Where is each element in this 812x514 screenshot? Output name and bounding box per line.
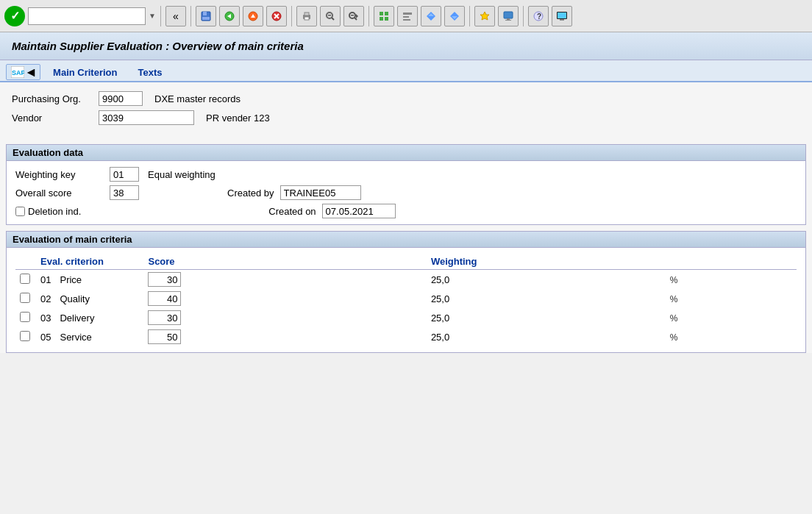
svg-rect-34 [507,18,510,20]
deletion-ind-label[interactable]: Deletion ind. [15,206,81,217]
svg-rect-23 [380,17,383,21]
help-icon: ? [533,10,544,22]
page-title: Maintain Supplier Evaluation : Overview … [0,32,812,60]
row-checkbox-05[interactable] [20,331,30,341]
created-on-input[interactable] [322,204,396,218]
weighting-val-03: 25,0 [427,308,666,327]
overall-score-label: Overall score [15,188,104,199]
svg-rect-2 [202,17,210,20]
criteria-group: Evaluation of main criteria Eval. criter… [6,231,806,353]
back-button[interactable] [219,6,240,26]
tree1-icon [378,10,390,22]
tab-first-button[interactable]: SAP ◀| [6,64,40,80]
overall-score-row: Overall score [15,185,139,200]
row-checkbox-cell [15,270,36,290]
col-weighting-header: Weighting [427,254,797,270]
created-by-label: Created by [227,188,274,199]
evaluation-data-content: Weighting key Equal weighting Overall sc… [7,161,805,224]
svg-rect-16 [328,15,331,16]
svg-line-15 [332,18,334,20]
score-input-03[interactable] [148,310,181,325]
evaluation-data-title: Evaluation data [7,145,805,161]
nav-first-button[interactable]: « [165,6,186,26]
save-button[interactable] [196,6,216,26]
tab-main-criterion[interactable]: Main Criterion [45,63,125,81]
deletion-ind-checkbox[interactable] [15,207,25,216]
separator-5 [469,6,470,26]
svg-rect-21 [380,12,383,15]
table-row: 03 Delivery 25,0 % [15,308,797,327]
row-checkbox-03[interactable] [20,312,30,322]
criteria-num-01: 01 [36,270,55,290]
find-icon [324,10,336,22]
purchasing-org-row: Purchasing Org. DXE master records [12,91,800,106]
cancel-button[interactable] [266,6,287,26]
criteria-table: Eval. criterion Score Weighting 01 [15,254,797,346]
criteria-content: Eval. criterion Score Weighting 01 [7,248,805,352]
deletion-ind-text: Deletion ind. [28,206,81,217]
score-input-01[interactable] [148,272,181,287]
svg-rect-11 [304,13,309,15]
table-row: 05 Service 25,0 % [15,327,797,346]
monitor-button[interactable] [498,6,519,26]
created-on-row: Created on [268,204,395,218]
check-icon: ✓ [10,9,20,23]
weighting-key-label: Weighting key [15,169,104,180]
header-form: Purchasing Org. DXE master records Vendo… [0,82,812,138]
svg-rect-27 [403,19,410,21]
tree1-button[interactable] [374,6,394,26]
overall-score-input[interactable] [110,185,139,200]
find-next-button[interactable] [343,6,364,26]
tab-texts[interactable]: Texts [129,63,170,81]
criteria-name-01: Price [55,270,143,290]
find-button[interactable] [320,6,341,26]
score-cell-01 [143,270,426,290]
weighting-key-input[interactable] [110,167,139,182]
score-cell-02 [143,289,426,308]
svg-rect-22 [385,12,388,15]
up-icon [247,10,259,22]
row-checkbox-02[interactable] [20,293,30,303]
purchasing-org-input[interactable] [99,91,143,106]
created-by-input[interactable] [280,185,361,200]
svg-text:SAP: SAP [12,69,24,76]
tree4-button[interactable] [444,6,465,26]
cancel-icon [271,10,282,22]
criteria-name-02: Quality [55,289,143,308]
score-input-02[interactable] [148,291,181,306]
col-score-header: Score [143,254,426,270]
screen-button[interactable] [552,6,572,26]
purchasing-org-label: Purchasing Org. [12,93,93,104]
command-input[interactable] [28,7,146,25]
up-button[interactable] [243,6,263,26]
back-icon [224,10,235,22]
score-cell-03 [143,308,426,327]
row-checkbox-cell [15,308,36,327]
weighting-val-05: 25,0 [427,327,666,346]
tree2-button[interactable] [397,6,418,26]
nav-first-icon: ◀| [27,68,35,77]
tree3-button[interactable] [421,6,441,26]
toolbar: ✓ ▼ « [0,0,812,32]
created-on-label: Created on [268,206,316,217]
dropdown-arrow-icon[interactable]: ▼ [149,12,156,20]
screen-icon [556,10,568,22]
evaluation-data-group: Evaluation data Weighting key Equal weig… [6,144,806,225]
vendor-desc: PR vender 123 [206,113,270,124]
score-input-05[interactable] [148,329,181,344]
svg-marker-20 [356,14,358,18]
green-check-button[interactable]: ✓ [4,6,25,26]
row-checkbox-01[interactable] [20,274,30,284]
star-button[interactable] [474,6,495,26]
page-title-text: Maintain Supplier Evaluation : Overview … [12,40,304,52]
vendor-input[interactable] [99,110,194,125]
svg-marker-32 [480,12,489,20]
help-button[interactable]: ? [528,6,549,26]
criteria-name-03: Delivery [55,308,143,327]
print-button[interactable] [296,6,317,26]
svg-rect-25 [403,13,412,15]
svg-text:?: ? [537,13,541,21]
svg-rect-12 [304,17,309,20]
criteria-num-03: 03 [36,308,55,327]
percent-cell-01: % [666,270,797,290]
